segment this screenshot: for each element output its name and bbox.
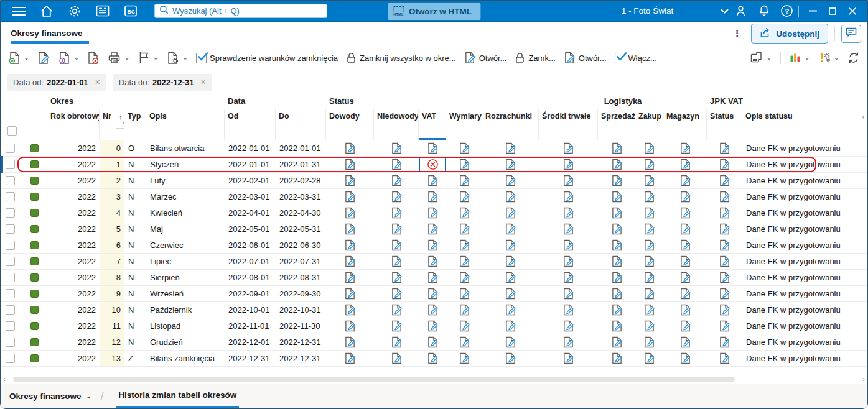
cell-rozrachunki[interactable] (482, 221, 539, 237)
chevron-down-icon[interactable]: ⌄ (124, 54, 129, 61)
cell-opis[interactable]: Czerwiec (146, 237, 225, 253)
cell-magazyn[interactable] (663, 254, 707, 269)
user-icon[interactable] (732, 3, 749, 19)
cell-dowody[interactable] (326, 270, 374, 285)
cell-zakup[interactable] (635, 334, 663, 350)
cell-jpk-status[interactable] (707, 140, 742, 156)
cell-nr[interactable]: 7 (100, 254, 124, 269)
cell-nr[interactable]: 8 (100, 270, 124, 285)
row-checkbox[interactable] (6, 241, 15, 250)
cell-magazyn[interactable] (663, 270, 707, 285)
table-row[interactable]: 2022 5 N Maj 2022-05-01 2022-05-31 Dane … (1, 221, 867, 237)
close-button[interactable] (842, 2, 862, 20)
cell-zakup[interactable] (635, 157, 663, 172)
cell-opis[interactable]: Maj (146, 221, 225, 237)
cell-sprzedaz[interactable] (598, 173, 635, 188)
minimize-button[interactable] (803, 2, 823, 20)
cell-dowody[interactable] (326, 205, 374, 221)
cell-jpk-status[interactable] (707, 205, 742, 221)
col-niedowody[interactable]: Niedowody (374, 109, 419, 140)
cell-typ[interactable]: N (124, 302, 146, 318)
scrollbar-thumb[interactable] (13, 377, 735, 382)
cell-typ[interactable]: N (124, 157, 146, 172)
cell-wymiary[interactable] (446, 254, 482, 269)
cell-sprzedaz[interactable] (598, 140, 635, 156)
col-srodki-trwale[interactable]: Środki trwałe (539, 109, 598, 140)
row-checkbox[interactable] (6, 208, 15, 218)
cell-data-od[interactable]: 2022-09-01 (225, 286, 276, 301)
cell-jpk-status[interactable] (707, 302, 742, 318)
cell-typ[interactable]: O (124, 140, 146, 156)
cell-nr[interactable]: 11 (100, 318, 124, 334)
export-print-button[interactable]: ⌄ (750, 52, 772, 64)
cell-wymiary[interactable] (446, 351, 482, 366)
cell-vat[interactable] (419, 318, 446, 334)
cell-vat[interactable] (419, 189, 446, 204)
row-checkbox[interactable] (6, 144, 15, 153)
horizontal-scrollbar[interactable]: ‹ › (1, 375, 867, 384)
cell-opis-statusu[interactable]: Dane FK w przygotowaniu (742, 302, 859, 318)
cell-nr[interactable]: 9 (100, 286, 124, 301)
chevron-down-icon[interactable]: ⌄ (86, 392, 92, 400)
cell-srodki-trwale[interactable] (539, 205, 598, 221)
cell-zakup[interactable] (635, 221, 663, 237)
cell-data-do[interactable]: 2022-01-01 (276, 140, 326, 156)
cell-wymiary[interactable] (446, 157, 482, 172)
table-row[interactable]: 2022 1 N Styczeń 2022-01-01 2022-01-31 D… (1, 157, 867, 173)
table-row[interactable]: 2022 3 N Marzec 2022-03-01 2022-03-31 Da… (1, 189, 867, 205)
cell-opis[interactable]: Styczeń (146, 157, 225, 172)
cell-rok-obrotowy[interactable]: 2022 (47, 237, 100, 253)
cell-typ[interactable]: N (124, 237, 146, 253)
new-period-button[interactable]: ⌄ (8, 52, 29, 65)
cell-dowody[interactable] (326, 286, 374, 301)
cell-data-do[interactable]: 2022-11-30 (276, 318, 326, 334)
company-selector[interactable]: 1 - Foto Świat (566, 6, 732, 16)
cell-srodki-trwale[interactable] (539, 157, 598, 172)
cell-opis[interactable]: Bilans otwarcia (146, 140, 225, 156)
cell-srodki-trwale[interactable] (539, 237, 598, 253)
cell-rozrachunki[interactable] (482, 286, 539, 301)
cell-srodki-trwale[interactable] (539, 318, 598, 334)
cell-rok-obrotowy[interactable]: 2022 (47, 173, 100, 188)
more-options-icon[interactable]: ⋮ (724, 28, 751, 39)
enable-checkbox[interactable]: Włącz... (615, 53, 657, 63)
cell-nr[interactable]: 3 (100, 189, 124, 204)
row-checkbox[interactable] (6, 289, 15, 298)
table-row[interactable]: 2022 12 N Grudzień 2022-12-01 2022-12-31… (1, 334, 867, 351)
cell-jpk-status[interactable] (707, 286, 742, 301)
bell-icon[interactable] (756, 3, 772, 19)
cell-rok-obrotowy[interactable]: 2022 (47, 270, 100, 285)
cell-typ[interactable]: N (124, 173, 146, 188)
document-settings-button[interactable]: ⌄ (167, 52, 188, 65)
cell-opis-statusu[interactable]: Dane FK w przygotowaniu (742, 189, 859, 204)
cell-jpk-status[interactable] (707, 351, 742, 366)
cell-srodki-trwale[interactable] (539, 302, 598, 318)
cell-opis[interactable]: Bilans zamknięcia (146, 351, 225, 366)
cell-opis[interactable]: Lipiec (146, 254, 225, 269)
chevron-down-icon[interactable]: ⌄ (24, 54, 29, 61)
cell-wymiary[interactable] (446, 189, 482, 204)
cell-zakup[interactable] (635, 254, 663, 269)
cell-dowody[interactable] (326, 140, 374, 156)
cell-data-od[interactable]: 2022-12-01 (225, 334, 276, 350)
cell-rok-obrotowy[interactable]: 2022 (47, 140, 100, 156)
cell-niedowody[interactable] (374, 302, 419, 318)
cell-data-do[interactable]: 2022-03-31 (276, 189, 326, 204)
cell-opis[interactable]: Grudzień (146, 334, 225, 350)
cell-jpk-status[interactable] (707, 157, 742, 172)
cell-zakup[interactable] (635, 286, 663, 301)
table-row[interactable]: 2022 8 N Sierpień 2022-08-01 2022-08-31 … (1, 270, 867, 286)
cell-rok-obrotowy[interactable]: 2022 (47, 189, 100, 204)
cell-srodki-trwale[interactable] (539, 221, 598, 237)
cell-zakup[interactable] (635, 205, 663, 221)
cell-jpk-status[interactable] (707, 318, 742, 334)
cell-zakup[interactable] (635, 318, 663, 334)
chevron-down-icon[interactable]: ⌄ (73, 54, 79, 61)
cell-rok-obrotowy[interactable]: 2022 (47, 286, 100, 301)
table-row[interactable]: 2022 0 O Bilans otwarcia 2022-01-01 2022… (1, 140, 867, 157)
table-row[interactable]: 2022 7 N Lipiec 2022-07-01 2022-07-31 Da… (1, 254, 867, 270)
cell-wymiary[interactable] (446, 237, 482, 253)
cell-sprzedaz[interactable] (598, 189, 635, 204)
checkbox-checked-icon[interactable] (196, 53, 207, 63)
cell-magazyn[interactable] (663, 140, 707, 156)
